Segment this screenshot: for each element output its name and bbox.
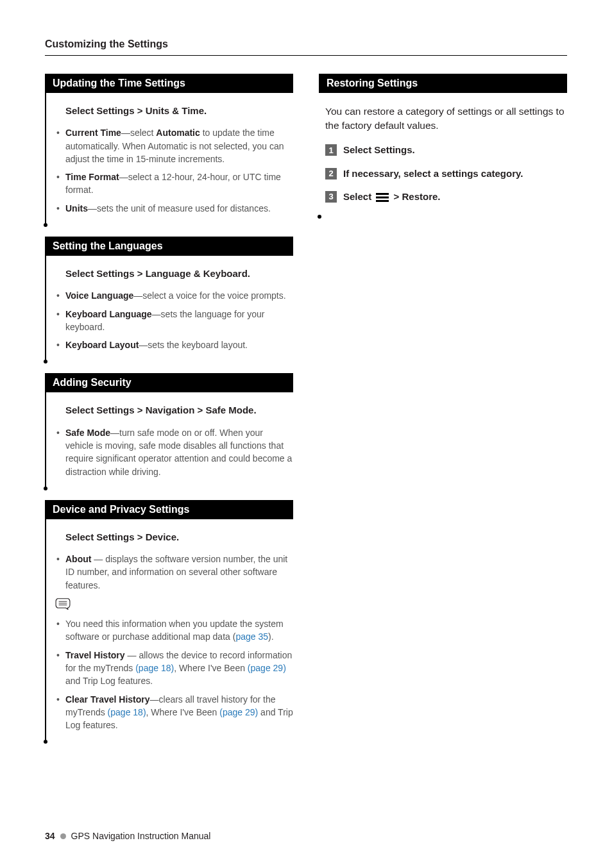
step-number: 2 [325, 168, 337, 179]
text: — displays the software version number, … [65, 554, 287, 590]
term: Current Time [65, 128, 121, 138]
section-title-security: Adding Security [45, 373, 293, 392]
page-link[interactable]: (page 29) [219, 707, 258, 717]
svg-rect-5 [376, 200, 389, 202]
section-title-restore: Restoring Settings [319, 74, 567, 93]
text: —select a voice for the voice prompts. [133, 290, 285, 301]
text: > Restore. [391, 191, 440, 202]
page-header: Customizing the Settings [45, 38, 567, 56]
term: Clear Travel History [65, 694, 150, 705]
step-2: 2 If necessary, select a settings catego… [325, 167, 567, 180]
list-item: Current Time—select Automatic to update … [56, 126, 293, 165]
bullet-list-lang: Voice Language—select a voice for the vo… [51, 289, 293, 351]
text: ). [268, 631, 274, 642]
list-item: About — displays the software version nu… [56, 553, 293, 592]
page-link[interactable]: (page 18) [135, 663, 174, 673]
list-item: Time Format—select a 12-hour, 24-hour, o… [56, 171, 293, 197]
left-column: Updating the Time Settings Select Settin… [45, 74, 293, 753]
section-title-lang: Setting the Languages [45, 237, 293, 256]
bullet-list-time: Current Time—select Automatic to update … [51, 126, 293, 215]
bullet-list-device-2: You need this information when you updat… [51, 617, 293, 731]
restore-intro: You can restore a category of settings o… [325, 104, 567, 132]
list-item: Keyboard Layout—sets the keyboard layout… [56, 338, 293, 351]
text: and Trip Log features. [65, 676, 153, 686]
page-number: 34 [45, 831, 55, 841]
term: Voice Language [65, 290, 133, 301]
bullet-list-security: Safe Mode—turn safe mode on or off. When… [51, 426, 293, 478]
section-security: Select Settings > Navigation > Safe Mode… [45, 404, 293, 488]
menu-icon [376, 191, 389, 204]
section-device: Select Settings > Device. About — displa… [45, 531, 293, 742]
term: Keyboard Language [65, 309, 152, 319]
note-icon [55, 597, 293, 612]
page-link[interactable]: (page 18) [108, 707, 146, 717]
instruction-security: Select Settings > Navigation > Safe Mode… [65, 404, 293, 417]
svg-rect-4 [376, 196, 389, 198]
list-item: Units—sets the unit of measure used for … [56, 202, 293, 215]
footer-dot-icon [60, 833, 66, 839]
section-title-device: Device and Privacy Settings [45, 500, 293, 519]
step-text: If necessary, select a settings category… [343, 167, 523, 180]
step-text: Select Settings. [343, 144, 415, 156]
list-item: Voice Language—select a voice for the vo… [56, 289, 293, 302]
text: —sets the keyboard layout. [139, 340, 248, 350]
text: , Where I've Been [146, 707, 220, 717]
right-column: Restoring Settings You can restore a cat… [319, 74, 567, 753]
bullet-list-device: About — displays the software version nu… [51, 553, 293, 592]
term: Automatic [156, 128, 200, 138]
list-item: Clear Travel History—clears all travel h… [56, 693, 293, 732]
section-restore: You can restore a category of settings o… [319, 104, 567, 217]
list-item: Travel History — allows the device to re… [56, 649, 293, 688]
step-number: 1 [325, 144, 337, 156]
list-item: Keyboard Language—sets the language for … [56, 308, 293, 334]
step-1: 1 Select Settings. [325, 144, 567, 156]
instruction-lang: Select Settings > Language & Keyboard. [65, 267, 293, 280]
step-number: 3 [325, 191, 337, 203]
footer-title: GPS Navigation Instruction Manual [71, 831, 211, 841]
text: —select [121, 128, 156, 138]
page-link[interactable]: (page 29) [248, 663, 286, 673]
instruction-time: Select Settings > Units & Time. [65, 104, 293, 117]
text: , Where I've Been [174, 663, 248, 673]
page-footer: 34 GPS Navigation Instruction Manual [45, 831, 210, 841]
content-columns: Updating the Time Settings Select Settin… [45, 74, 567, 753]
section-title-time: Updating the Time Settings [45, 74, 293, 93]
term: About [65, 554, 91, 564]
section-lang: Select Settings > Language & Keyboard. V… [45, 267, 293, 362]
text: Select [343, 191, 374, 202]
term: Travel History [65, 650, 125, 660]
page-link[interactable]: page 35 [235, 631, 268, 642]
step-text: Select > Restore. [343, 190, 441, 204]
section-time: Select Settings > Units & Time. Current … [45, 104, 293, 225]
term: Units [65, 203, 88, 213]
term: Time Format [65, 172, 119, 182]
instruction-device: Select Settings > Device. [65, 531, 293, 544]
text: —sets the unit of measure used for dista… [88, 203, 271, 213]
svg-rect-3 [376, 193, 389, 195]
term: Safe Mode [65, 428, 110, 438]
term: Keyboard Layout [65, 340, 139, 350]
list-item: Safe Mode—turn safe mode on or off. When… [56, 426, 293, 478]
list-item: You need this information when you updat… [56, 617, 293, 644]
step-3: 3 Select > Restore. [325, 190, 567, 204]
